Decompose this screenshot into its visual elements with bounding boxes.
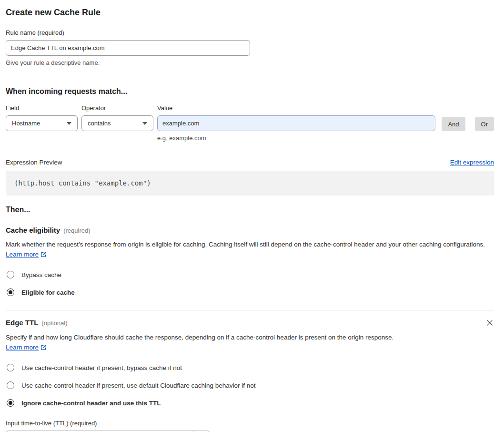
radio-button[interactable] (7, 381, 14, 389)
radio-button[interactable] (7, 271, 14, 278)
cache-eligibility-title: Cache eligibility (6, 226, 60, 234)
expression-code: (http.host contains "example.com") (14, 179, 151, 187)
page-title: Create new Cache Rule (6, 7, 494, 18)
radio-option-ignore-header-use-ttl[interactable]: Ignore cache-control header and use this… (6, 399, 494, 407)
external-link-icon (40, 250, 47, 260)
field-select-value: Hostname (12, 120, 40, 127)
match-heading: When incoming requests match... (6, 87, 494, 96)
edge-ttl-header: Edge TTL (optional) (6, 319, 494, 327)
edge-ttl-description: Specify if and how long Cloudflare shoul… (6, 332, 406, 353)
radio-button-selected[interactable] (7, 399, 14, 407)
rule-name-helper: Give your rule a descriptive name. (6, 59, 494, 66)
section-divider (6, 310, 494, 310)
operator-select-value: contains (88, 120, 111, 127)
expression-preview-label: Expression Preview (6, 159, 62, 166)
create-cache-rule-form: Create new Cache Rule Rule name (require… (0, 0, 504, 432)
or-button[interactable]: Or (475, 117, 494, 131)
expression-code-block: (http.host contains "example.com") (6, 171, 494, 195)
value-column: Value e.g. example.com (157, 104, 435, 142)
value-label: Value (157, 104, 435, 112)
edge-ttl-title: Edge TTL (6, 319, 38, 327)
match-condition-row: Field Hostname Operator contains Value e… (6, 104, 494, 142)
radio-option-eligible-for-cache[interactable]: Eligible for cache (6, 288, 494, 296)
cache-eligibility-header: Cache eligibility (required) (6, 226, 494, 234)
cache-eligibility-description: Mark whether the request’s response from… (6, 239, 494, 260)
external-link-icon (40, 343, 47, 353)
chevron-down-icon (67, 122, 71, 125)
then-heading: Then... (6, 205, 494, 214)
and-button[interactable]: And (442, 117, 465, 131)
section-divider (6, 77, 494, 77)
chevron-down-icon (142, 122, 147, 125)
operator-column: Operator contains (81, 104, 153, 131)
radio-option-bypass-cache[interactable]: Bypass cache (6, 271, 494, 278)
learn-more-link[interactable]: Learn more (6, 251, 39, 258)
operator-label: Operator (81, 104, 153, 112)
field-column: Field Hostname (6, 104, 78, 131)
edge-ttl-qualifier: (optional) (41, 319, 67, 327)
close-edge-ttl-button[interactable] (485, 319, 494, 327)
value-input[interactable] (157, 115, 435, 131)
radio-button[interactable] (7, 364, 14, 371)
rule-name-label: Rule name (required) (6, 29, 494, 36)
field-label: Field (6, 104, 78, 112)
expression-preview-row: Expression Preview Edit expression (6, 159, 494, 166)
value-helper: e.g. example.com (157, 134, 435, 142)
operator-select[interactable]: contains (81, 115, 153, 131)
ttl-label: Input time-to-live (TTL) (required) (6, 420, 494, 427)
field-select[interactable]: Hostname (6, 115, 78, 131)
radio-option-use-header-bypass[interactable]: Use cache-control header if present, byp… (6, 364, 494, 371)
cache-eligibility-qualifier: (required) (63, 227, 90, 234)
learn-more-link[interactable]: Learn more (6, 344, 39, 351)
edit-expression-link[interactable]: Edit expression (450, 159, 494, 166)
close-icon (485, 319, 494, 327)
radio-button-selected[interactable] (7, 288, 14, 296)
rule-name-input[interactable] (6, 40, 250, 56)
radio-option-use-header-default[interactable]: Use cache-control header if present, use… (6, 381, 494, 389)
